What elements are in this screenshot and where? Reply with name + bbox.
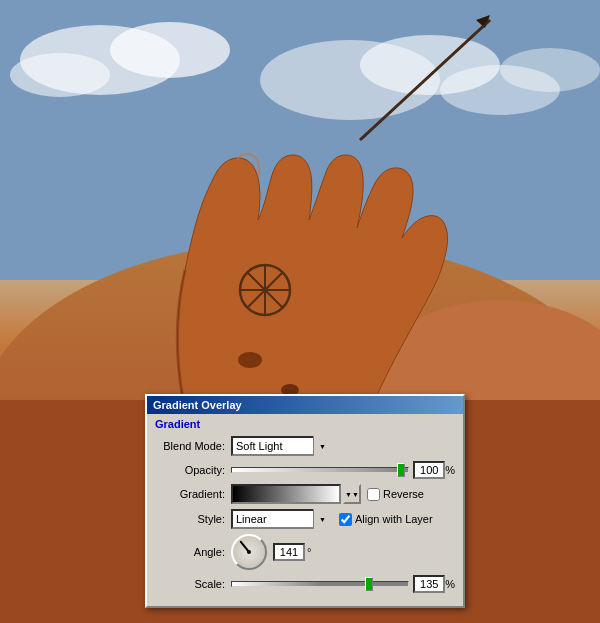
- section-label: Gradient: [147, 414, 463, 432]
- angle-row: Angle: °: [155, 534, 455, 570]
- scale-slider-thumb[interactable]: [365, 577, 373, 591]
- scale-unit: %: [445, 578, 455, 590]
- align-with-layer-label[interactable]: Align with Layer: [339, 513, 433, 526]
- scale-value-input[interactable]: [413, 575, 445, 593]
- align-with-layer-checkbox[interactable]: [339, 513, 352, 526]
- svg-point-2: [110, 22, 230, 78]
- dialog-body: Blend Mode: Soft Light Normal Multiply S…: [147, 432, 463, 606]
- gradient-overlay-dialog: Gradient Overlay Gradient Blend Mode: So…: [145, 394, 465, 608]
- blend-mode-select[interactable]: Soft Light Normal Multiply Screen Overla…: [231, 436, 331, 456]
- style-select[interactable]: Linear Radial Angle Reflected Diamond: [231, 509, 331, 529]
- angle-center-dot: [247, 550, 251, 554]
- angle-unit: °: [307, 546, 311, 558]
- gradient-row: Gradient: ▼ Reverse: [155, 484, 455, 504]
- align-with-layer-text: Align with Layer: [355, 513, 433, 525]
- reverse-text: Reverse: [383, 488, 424, 500]
- scale-row: Scale: %: [155, 575, 455, 593]
- dialog-title: Gradient Overlay: [147, 396, 463, 414]
- scale-slider-track[interactable]: [231, 581, 409, 587]
- style-row: Style: Linear Radial Angle Reflected Dia…: [155, 509, 455, 529]
- opacity-row: Opacity: %: [155, 461, 455, 479]
- blend-mode-label: Blend Mode:: [155, 440, 225, 452]
- gradient-dropdown-arrow[interactable]: ▼: [343, 484, 361, 504]
- scale-slider-container: %: [231, 575, 455, 593]
- reverse-checkbox[interactable]: [367, 488, 380, 501]
- style-select-wrapper: Linear Radial Angle Reflected Diamond: [231, 509, 331, 529]
- gradient-label: Gradient:: [155, 488, 225, 500]
- blend-mode-select-wrapper: Soft Light Normal Multiply Screen Overla…: [231, 436, 331, 456]
- angle-value-input[interactable]: [273, 543, 305, 561]
- opacity-unit: %: [445, 464, 455, 476]
- scale-label: Scale:: [155, 578, 225, 590]
- opacity-slider-container: %: [231, 461, 455, 479]
- svg-point-16: [238, 352, 262, 368]
- angle-dial[interactable]: [231, 534, 267, 570]
- gradient-arrow-icon: ▼: [345, 491, 352, 498]
- gradient-preview[interactable]: [231, 484, 341, 504]
- blend-mode-row: Blend Mode: Soft Light Normal Multiply S…: [155, 436, 455, 456]
- opacity-slider-track[interactable]: [231, 467, 409, 473]
- svg-point-7: [500, 48, 600, 92]
- style-label: Style:: [155, 513, 225, 525]
- opacity-value-input[interactable]: [413, 461, 445, 479]
- reverse-label[interactable]: Reverse: [367, 488, 424, 501]
- svg-point-3: [10, 53, 110, 97]
- gradient-preview-row: ▼ Reverse: [231, 484, 424, 504]
- angle-label: Angle:: [155, 546, 225, 558]
- opacity-label: Opacity:: [155, 464, 225, 476]
- opacity-slider-thumb[interactable]: [397, 463, 405, 477]
